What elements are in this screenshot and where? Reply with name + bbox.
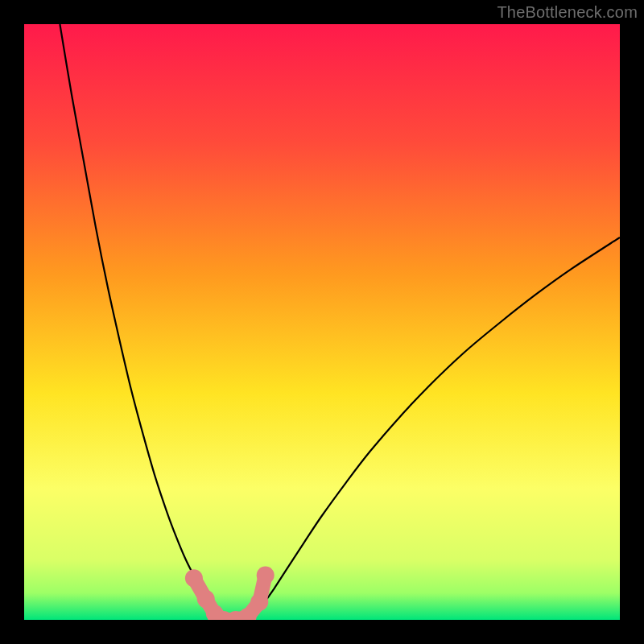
watermark-text: TheBottleneck.com: [497, 3, 638, 22]
bottleneck-chart: [24, 24, 620, 620]
chart-frame: TheBottleneck.com: [0, 0, 644, 644]
marker-dot: [185, 569, 203, 587]
marker-dot: [257, 567, 275, 584]
marker-dot: [197, 590, 215, 608]
gradient-background: [24, 24, 620, 620]
marker-dot: [250, 593, 268, 611]
